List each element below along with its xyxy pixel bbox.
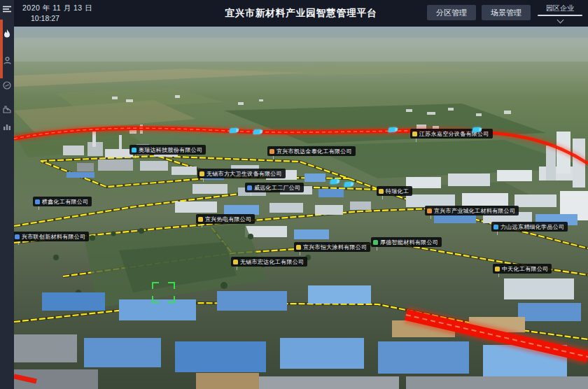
- building-marker-icon: [379, 189, 384, 194]
- building-label[interactable]: 横鑫化工有限公司: [33, 197, 92, 206]
- partition-manage-button[interactable]: 分区管理: [427, 5, 476, 20]
- flame-icon[interactable]: [0, 28, 14, 39]
- building-label[interactable]: 厚德智能材料有限公司: [371, 237, 442, 247]
- building-label-text: 中天化工有限公司: [502, 265, 548, 273]
- scene-manage-button[interactable]: 场景管理: [482, 5, 531, 20]
- building-label[interactable]: 宜兴热电有限公司: [196, 214, 255, 224]
- building-label[interactable]: 兴市联创新材料有限公司: [13, 232, 89, 241]
- chevron-down-icon: [556, 17, 564, 24]
- building-label-text: 兴市联创新材料有限公司: [22, 233, 85, 241]
- building-label[interactable]: 力山远东精细化学品公司: [491, 222, 568, 232]
- building-marker-icon: [15, 234, 20, 239]
- building-label-text: 威远化工二厂公司: [254, 184, 300, 192]
- truck-icon[interactable]: [344, 182, 353, 188]
- building-label-text: 无锡市宏达化工有限公司: [240, 258, 304, 266]
- building-label[interactable]: 奥瑞达科技股份有限公司: [130, 145, 206, 155]
- truck-icon[interactable]: [229, 128, 238, 134]
- building-marker-icon: [198, 217, 203, 222]
- park-enterprise-dropdown[interactable]: 园区企业: [538, 1, 582, 24]
- building-label[interactable]: 宜兴市恒大涂料有限公司: [294, 242, 370, 252]
- building-marker-icon: [247, 185, 252, 190]
- building-label[interactable]: 威远化工二厂公司: [245, 183, 304, 192]
- gauge-icon[interactable]: [0, 80, 14, 91]
- park-enterprise-dropdown-label: 园区企业: [538, 1, 582, 13]
- building-marker-icon: [412, 132, 417, 136]
- app-window: 2020 年 11 月 13 日 10:18:27 宜兴市新材料产业园智慧管理平…: [0, 0, 588, 389]
- truck-icon[interactable]: [253, 129, 262, 135]
- building-marker-icon: [427, 208, 432, 213]
- truck-icon[interactable]: [472, 127, 481, 133]
- building-label-text: 特瑞化工: [386, 188, 409, 195]
- building-marker-icon: [35, 199, 40, 204]
- building-marker-icon: [296, 245, 301, 250]
- building-label-text: 宜兴热电有限公司: [205, 215, 251, 223]
- building-label-text: 奥瑞达科技股份有限公司: [139, 146, 202, 154]
- building-marker-icon: [493, 225, 498, 229]
- factory-icon[interactable]: [0, 104, 14, 115]
- building-marker-icon: [132, 148, 136, 153]
- bar-chart-icon[interactable]: [0, 120, 14, 132]
- building-label[interactable]: 无锡市宏达化工有限公司: [231, 257, 307, 267]
- building-label[interactable]: 无锡市方大卫生设备有限公司: [197, 169, 286, 178]
- building-marker-icon: [270, 149, 274, 154]
- building-marker-icon: [200, 171, 204, 176]
- building-marker-icon: [495, 267, 500, 271]
- building-label-text: 宜兴市恒大涂料有限公司: [303, 243, 367, 251]
- user-icon[interactable]: [0, 55, 14, 66]
- building-label-text: 宜兴市产业城化工材料有限公司: [434, 207, 515, 215]
- sidebar: [0, 0, 14, 389]
- building-label-text: 力山远东精细化学品公司: [500, 223, 564, 231]
- building-marker-icon: [373, 240, 378, 245]
- building-label[interactable]: 宜兴市产业城化工材料有限公司: [425, 206, 519, 215]
- truck-icon[interactable]: [388, 127, 397, 133]
- building-label-text: 宜兴市凯达金泰化工有限公司: [276, 148, 352, 155]
- building-label[interactable]: 中天化工有限公司: [493, 264, 552, 274]
- truck-icon[interactable]: [330, 179, 339, 185]
- top-header: 2020 年 11 月 13 日 10:18:27 宜兴市新材料产业园智慧管理平…: [14, 0, 588, 27]
- building-label-text: 横鑫化工有限公司: [42, 198, 88, 206]
- building-label-text: 厚德智能材料有限公司: [380, 239, 438, 246]
- building-label-text: 无锡市方大卫生设备有限公司: [206, 170, 282, 178]
- menu-icon[interactable]: [0, 3, 14, 15]
- building-label[interactable]: 宜兴市凯达金泰化工有限公司: [267, 146, 356, 156]
- building-label[interactable]: 特瑞化工: [377, 186, 412, 196]
- building-marker-icon: [233, 260, 238, 264]
